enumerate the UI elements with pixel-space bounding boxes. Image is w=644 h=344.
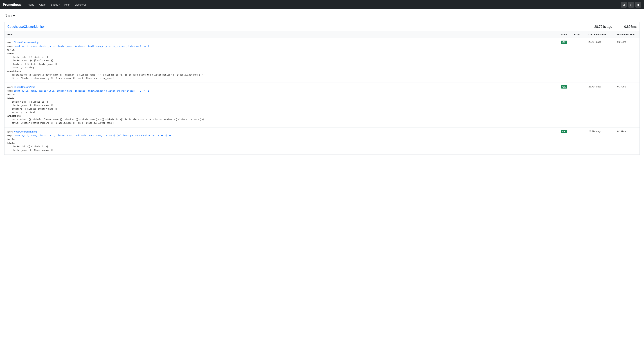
circle-icon: ◑ <box>637 3 640 7</box>
nav-right-controls: ⚙ ☾ ◑ <box>621 2 641 8</box>
expr-link[interactable]: count by(id, name, cluster_uuid, cluster… <box>14 134 174 137</box>
for-value: 2m <box>12 138 14 141</box>
for-value: 2m <box>12 93 14 96</box>
last-eval-cell-0: 28.794s ago <box>586 38 614 83</box>
labels-header: labels: <box>8 97 15 100</box>
state-cell-0: OK <box>557 38 571 83</box>
nav-classic-ui[interactable]: Classic UI <box>74 3 86 7</box>
expr-link[interactable]: count by(id, name, cluster_uuid, cluster… <box>14 90 149 92</box>
eval-time-cell-1: 0.179ms <box>614 83 640 127</box>
settings-button[interactable]: ⚙ <box>621 2 627 8</box>
state-cell-1: OK <box>557 83 571 127</box>
labels-header: labels: <box>8 142 15 144</box>
group-name-link[interactable]: CouchbaseClusterMonitor <box>8 25 585 29</box>
last-eval-cell-2: 28.794s ago <box>586 127 614 155</box>
group-header: CouchbaseClusterMonitor 28.791s ago 0.89… <box>4 22 640 31</box>
error-cell-0 <box>571 38 586 83</box>
nav-graph[interactable]: Graph <box>39 3 46 7</box>
status-badge: OK <box>561 41 567 44</box>
rule-cell-0: alert: ClusterCheckerWarningexpr: count … <box>4 38 557 83</box>
alert-label: alert: <box>8 41 13 44</box>
eval-time-cell-2: 0.137ms <box>614 127 640 155</box>
col-header-last-eval: Last Evaluation <box>586 31 614 38</box>
annotations-header: annotations: <box>8 70 22 72</box>
annotation-item: description: {{ $labels.cluster_name }}:… <box>8 73 554 77</box>
annotation-item: description: {{ $labels.cluster_name }}:… <box>8 118 554 121</box>
state-cell-2: OK <box>557 127 571 155</box>
annotation-item: title: Cluster status warning ({{ $label… <box>8 121 554 125</box>
table-row: alert: ClusterCheckerAlertexpr: count by… <box>4 83 640 127</box>
brand-link[interactable]: Prometheus <box>3 3 22 7</box>
for-label: for: <box>8 49 11 51</box>
group-last-eval: 28.791s ago <box>585 25 612 29</box>
page-title: Rules <box>4 13 640 19</box>
table-row: alert: ClusterCheckerWarningexpr: count … <box>4 38 640 83</box>
annotation-item: title: Cluster status warning ({{ $label… <box>8 77 554 80</box>
label-item: cluster: {{ $labels.cluster_name }} <box>8 107 554 111</box>
col-header-rule: Rule <box>4 31 557 38</box>
label-item: checker_id: {{ $labels.id }} <box>8 100 554 104</box>
label-item: checker_name: {{ $labels.name }} <box>8 104 554 107</box>
nav-help[interactable]: Help <box>64 3 70 7</box>
for-label: for: <box>8 93 11 96</box>
col-header-eval-time: Evaluation Time <box>614 31 640 38</box>
col-header-error: Error <box>571 31 586 38</box>
labels-header: labels: <box>8 52 15 55</box>
label-item: checker_id: {{ $labels.id }} <box>8 145 554 148</box>
alert-label: alert: <box>8 130 13 133</box>
alert-name-link[interactable]: NodeCheckerWarning <box>14 130 36 133</box>
col-header-state: State <box>557 31 571 38</box>
expr-link[interactable]: count by(id, name, cluster_uuid, cluster… <box>14 45 149 47</box>
rules-table: Rule State Error Last Evaluation Evaluat… <box>4 31 640 155</box>
alert-name-link[interactable]: ClusterCheckerWarning <box>14 41 38 44</box>
table-row: alert: NodeCheckerWarningexpr: count by(… <box>4 127 640 155</box>
status-badge: OK <box>561 130 567 133</box>
expr-label: expr: <box>8 45 13 47</box>
table-header-row: Rule State Error Last Evaluation Evaluat… <box>4 31 640 38</box>
rule-cell-1: alert: ClusterCheckerAlertexpr: count by… <box>4 83 557 127</box>
alert-name-link[interactable]: ClusterCheckerAlert <box>14 86 34 88</box>
gear-icon: ⚙ <box>622 3 625 7</box>
label-item: severity: warning <box>8 66 554 69</box>
last-eval-cell-1: 28.794s ago <box>586 83 614 127</box>
label-item: severity: critical <box>8 111 554 114</box>
moon-icon: ☾ <box>630 3 632 7</box>
label-item: checker_name: {{ $labels.name }} <box>8 148 554 152</box>
chevron-down-icon: ▾ <box>59 4 60 6</box>
nav-alerts[interactable]: Alerts <box>27 3 34 7</box>
navbar: Prometheus Alerts Graph Status ▾ Help Cl… <box>0 0 644 9</box>
theme-circle-button[interactable]: ◑ <box>635 2 641 8</box>
label-item: checker_id: {{ $labels.id }} <box>8 56 554 59</box>
annotations-header: annotations: <box>8 114 22 117</box>
for-label: for: <box>8 138 11 141</box>
page-content: Rules CouchbaseClusterMonitor 28.791s ag… <box>0 9 644 158</box>
theme-moon-button[interactable]: ☾ <box>628 2 634 8</box>
alert-label: alert: <box>8 86 13 88</box>
expr-label: expr: <box>8 89 13 92</box>
expr-label: expr: <box>8 134 13 137</box>
status-badge: OK <box>561 85 567 89</box>
label-item: checker_name: {{ $labels.name }} <box>8 59 554 62</box>
rule-cell-2: alert: NodeCheckerWarningexpr: count by(… <box>4 127 557 155</box>
for-value: 2m <box>12 49 14 51</box>
label-item: cluster: {{ $labels.cluster_name }} <box>8 63 554 66</box>
error-cell-2 <box>571 127 586 155</box>
nav-status-dropdown[interactable]: Status ▾ <box>51 3 60 6</box>
eval-time-cell-0: 0.218ms <box>614 38 640 83</box>
error-cell-1 <box>571 83 586 127</box>
group-eval-time: 0.898ms <box>615 25 636 29</box>
nav-status-label: Status <box>51 3 58 6</box>
